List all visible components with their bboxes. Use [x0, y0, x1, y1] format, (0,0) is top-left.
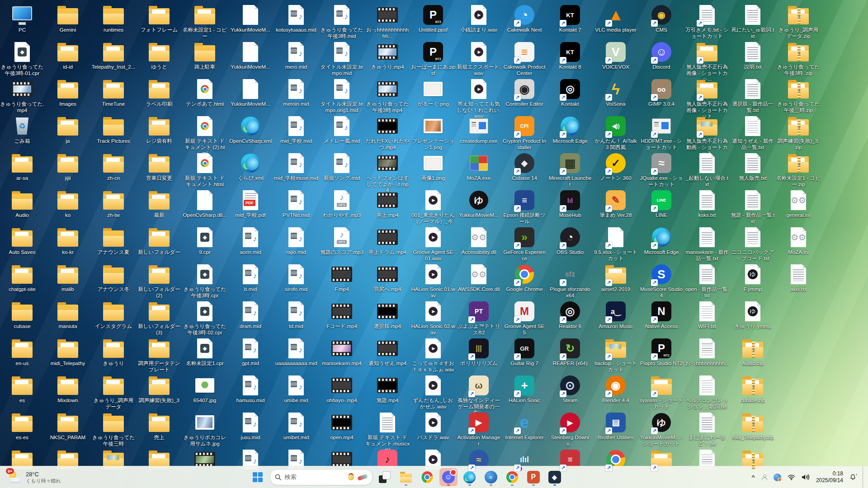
desktop-icon[interactable]: ja — [45, 115, 90, 145]
desktop-icon[interactable]: ♪ hamusu.mid — [228, 375, 273, 404]
desktop-icon[interactable]: ゆ きゅうり.ymmp — [730, 300, 775, 330]
desktop-icon[interactable]: ♪MP3 わかりやす.mp3 — [319, 189, 364, 219]
desktop-icon[interactable]: きゅうり食ってた.mp4 — [0, 78, 45, 113]
desktop-icon[interactable]: 新規 テキスト ドキュメント.html — [182, 152, 227, 188]
desktop-icon[interactable]: PDF mid_学校.pdf — [228, 189, 273, 219]
desktop-icon[interactable]: ▶ ずんだもん_しおかぜふ.wav — [410, 375, 456, 410]
taskbar-powerpoint[interactable]: P — [524, 468, 542, 486]
desktop-icon[interactable]: ♪ きゅうり食ってた午後3時.mid — [319, 4, 364, 39]
desktop-icon[interactable]: Mixdown — [45, 375, 90, 404]
desktop-icon[interactable]: OpenCvSharp.dll... — [182, 189, 227, 219]
desktop-icon[interactable]: Track Pictures — [91, 115, 136, 145]
desktop-icon[interactable]: ko — [45, 189, 90, 219]
desktop-icon[interactable]: midi_Telepathy — [45, 338, 90, 367]
desktop-icon[interactable]: ラベル印刷 — [137, 78, 182, 108]
taskbar-file-explorer[interactable] — [397, 468, 415, 486]
user-presence-icon[interactable] — [761, 474, 767, 480]
desktop-icon[interactable]: ◎↗ Kontakt — [547, 78, 593, 108]
desktop-icon[interactable]: 選択肢.mp4 — [365, 300, 410, 330]
desktop-icon[interactable]: ゆうと — [137, 41, 182, 70]
desktop-icon[interactable]: ゆ YukkuriMovieM... — [456, 189, 501, 219]
desktop-icon[interactable]: open.mp4 — [319, 412, 364, 441]
desktop-icon[interactable]: ♪ umibet.mid — [274, 412, 319, 441]
desktop-icon[interactable]: oo↗ GIMP 3.0.4 — [639, 78, 684, 108]
desktop-icon[interactable]: 売上 — [137, 412, 182, 441]
clock[interactable]: 0:18 2025/09/14 — [816, 470, 843, 484]
desktop-icon[interactable]: きゅうり — [91, 338, 136, 367]
desktop-icon[interactable]: ◔↗ OBS Studio — [547, 226, 593, 256]
desktop-icon[interactable]: en-us — [0, 338, 45, 367]
start-button[interactable] — [249, 468, 267, 486]
desktop-icon[interactable]: Gemini — [45, 4, 90, 33]
desktop-icon[interactable]: ⊙↗ Steam — [547, 375, 593, 404]
desktop-icon[interactable]: ◆ 名称未設定1.cpr — [182, 338, 227, 367]
desktop-icon[interactable]: ▦↗ Minecraft Launcher — [547, 152, 593, 188]
desktop-icon[interactable]: ◀))↗ かんたん！ AITalk 3 関西風 — [593, 115, 638, 150]
desktop-icon[interactable]: createdump.exe — [456, 115, 501, 145]
desktop-icon[interactable]: きゅうり食ってた午後三時.zip — [776, 78, 821, 113]
desktop-icon[interactable]: Images — [45, 78, 90, 108]
desktop-icon[interactable]: ♪ umibe.mid — [274, 375, 319, 404]
desktop-icon[interactable]: ◉↗ Controller Editor — [502, 78, 547, 108]
desktop-icon[interactable]: N↗ Native Access — [639, 300, 684, 330]
desktop-icon[interactable]: 無題 - 親作品一覧.txt — [730, 189, 775, 225]
desktop-icon[interactable]: id-id — [45, 41, 90, 70]
desktop-icon[interactable]: レジ袋有料 — [137, 115, 182, 145]
desktop-icon[interactable]: |||↗ ポリリリリズム — [456, 338, 501, 367]
desktop-icon[interactable]: おっhhhhhhhhhh... — [684, 338, 730, 367]
desktop-icon[interactable]: ヘルスコンプレッション__歌詞.txt — [684, 375, 730, 410]
desktop-icon[interactable]: YukkuriMovieM... — [228, 41, 273, 70]
taskbar-blue-circle-app[interactable]: ≈ — [482, 468, 500, 486]
desktop-icon[interactable]: ↗ syasinn - ショートカット — [639, 375, 684, 410]
desktop-icon[interactable]: ◔↗ Cakewalk Next — [502, 4, 547, 33]
desktop-icon[interactable]: »↗ GeForce Experience — [502, 226, 547, 262]
desktop-icon[interactable]: ▶ 小銭詰まり.wav — [456, 4, 501, 33]
desktop-icon[interactable]: ▶ Groove Agent SE 01.wav — [410, 226, 456, 262]
desktop-icon[interactable]: 無人販売.txt — [730, 152, 775, 182]
desktop-icon[interactable]: ▲↗ VLC media player — [593, 4, 638, 33]
desktop-icon[interactable]: ↻↗ REAPER (x64) — [547, 338, 593, 367]
desktop-icon[interactable]: ksks.txt — [684, 189, 730, 219]
desktop-icon[interactable]: テンポあて.html — [182, 78, 227, 108]
desktop-icon[interactable]: ↗ 無人販売不正行為画像 - ショートカッ... — [684, 41, 730, 83]
desktop-icon[interactable]: PNT2↗ Piapro Studio NT2 — [639, 338, 684, 367]
desktop-icon[interactable]: ▶ 答え知ってても気しない！わこれい.wav — [456, 78, 501, 120]
taskbar-google-chrome[interactable] — [418, 468, 436, 486]
desktop-icon[interactable]: 調声用データテンプレート — [137, 338, 182, 373]
desktop-icon[interactable]: 新規 テキスト ドキュメント (2).html — [182, 115, 227, 157]
desktop-icon[interactable]: TimeTune — [91, 78, 136, 108]
desktop-icon[interactable]: ↗ Google Chrome — [502, 263, 547, 293]
desktop-icon[interactable]: ▶ バスドラ.wav — [410, 412, 456, 441]
desktop-icon[interactable]: V↗ VOICEVOX — [593, 41, 638, 70]
desktop-icon[interactable]: ♪MP3 無題のスコア.mp3 — [319, 226, 364, 256]
desktop-icon[interactable]: akis.txt — [776, 263, 821, 293]
desktop-icon[interactable]: 最新 — [137, 189, 182, 219]
desktop-icon[interactable]: 路上駐車 — [182, 41, 227, 70]
desktop-icon[interactable]: YukkuriMovieM... — [228, 78, 273, 108]
desktop-icon[interactable]: ◉↗ Blender 4.4 — [593, 375, 638, 404]
desktop-icon[interactable]: ☺↗ Discord — [639, 41, 684, 70]
desktop-icon[interactable]: ohhayo-.mp4 — [319, 375, 364, 404]
desktop-icon[interactable]: きゅうり.mp4 — [365, 41, 410, 70]
desktop-icon[interactable]: 選択肢 - 親作品一覧.txt — [730, 78, 775, 113]
desktop-icon[interactable]: 65407.jpg — [182, 375, 227, 404]
desktop-icon[interactable]: runtimes — [91, 4, 136, 33]
desktop-icon[interactable]: maniuta — [45, 300, 90, 330]
desktop-icon[interactable]: LINE↗ LINE — [639, 189, 684, 219]
desktop-icon[interactable]: ♪ メドレー風.mid — [319, 115, 364, 145]
desktop-icon[interactable]: manisekarin - 親作品一覧.txt — [684, 226, 730, 262]
desktop-icon[interactable]: アナウンス冬 — [91, 263, 136, 293]
desktop-icon[interactable]: ◆ 9.cpr — [182, 226, 227, 256]
desktop-icon[interactable]: ◆↗ Cubase 14 — [502, 152, 547, 182]
desktop-icon[interactable]: zh-cn — [91, 152, 136, 182]
desktop-icon[interactable]: malib — [45, 263, 90, 293]
desktop-icon[interactable]: きゅうり食ってた午後3時 .zip — [776, 41, 821, 76]
desktop-icon[interactable]: zh-tw — [91, 189, 136, 219]
notification-bell-icon[interactable]: z — [849, 474, 856, 481]
desktop-icon[interactable]: 営業日変更 — [137, 152, 182, 182]
desktop-icon[interactable]: ↗ 9.5.xlsx - ショートカット — [593, 226, 638, 262]
desktop-icon[interactable]: ♪ dram.mid — [228, 300, 273, 330]
desktop-icon[interactable]: es-es — [0, 412, 45, 441]
desktop-icon[interactable]: ≡↗ Cakewalk Product Center — [502, 41, 547, 76]
desktop-icon[interactable]: MoZA.exe — [456, 152, 501, 182]
